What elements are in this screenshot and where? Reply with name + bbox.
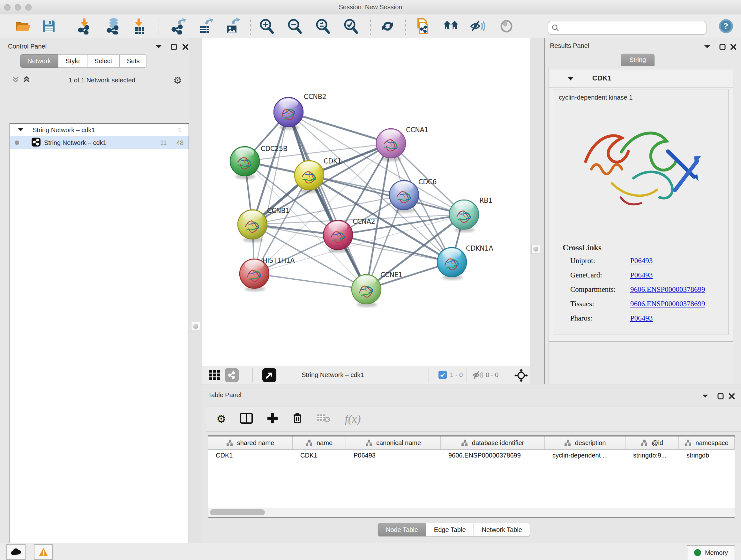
export-network-icon[interactable] xyxy=(171,18,186,34)
import-network-from-file-icon[interactable] xyxy=(76,18,92,34)
duplicate-network-icon[interactable] xyxy=(415,18,431,34)
table-cell[interactable]: cyclin-dependent ... xyxy=(545,449,625,462)
crosslink-value-link[interactable]: 9606.ENSP00000378699 xyxy=(630,286,705,294)
left-splitter[interactable] xyxy=(189,38,202,543)
show-columns-icon[interactable] xyxy=(240,413,253,425)
table-cell[interactable]: stringdb xyxy=(679,449,735,462)
collection-expand-icon[interactable] xyxy=(18,126,23,134)
network-node-CDKN1A[interactable] xyxy=(437,247,467,277)
network-node-CDC25B[interactable] xyxy=(230,146,259,176)
column-header-name[interactable]: name xyxy=(293,436,346,449)
export-image-icon[interactable] xyxy=(224,18,240,34)
column-header-canonical-name[interactable]: canonical name xyxy=(346,436,441,449)
crosslink-value-link[interactable]: P06493 xyxy=(630,314,653,322)
float-panel-icon[interactable] xyxy=(702,393,709,400)
network-node-CDK1[interactable] xyxy=(294,161,324,190)
crosslink-value-link[interactable]: 9606.ENSP00000378699 xyxy=(630,300,705,308)
create-column-plus-icon[interactable] xyxy=(267,413,278,425)
inactive-eye-icon xyxy=(498,18,515,34)
selected-checkbox-icon[interactable] xyxy=(439,371,447,379)
import-table-from-file-icon[interactable] xyxy=(131,18,147,34)
save-session-icon[interactable] xyxy=(41,18,57,34)
tab-string[interactable]: String xyxy=(621,54,655,66)
network-share-toggle-icon[interactable] xyxy=(225,368,239,382)
table-row[interactable]: CDK1CDK1P064939606.ENSP00000378699cyclin… xyxy=(208,449,735,462)
network-options-gear-icon[interactable]: ⚙ xyxy=(173,75,182,86)
float-panel-icon[interactable] xyxy=(704,44,711,51)
tab-node-table[interactable]: Node Table xyxy=(378,523,426,537)
zoom-out-icon[interactable] xyxy=(286,18,302,34)
table-cell[interactable]: P06493 xyxy=(346,449,441,462)
network-node-CCNA1[interactable] xyxy=(376,129,406,158)
tab-style[interactable]: Style xyxy=(58,54,87,68)
network-node-CCNB2[interactable] xyxy=(274,98,303,127)
search-bar[interactable] xyxy=(548,21,706,35)
table-cell[interactable]: stringdb:9... xyxy=(625,449,679,462)
hide-unhide-icon[interactable] xyxy=(470,18,486,34)
memory-button[interactable]: Memory xyxy=(687,545,735,560)
right-splitter-handle[interactable] xyxy=(531,245,540,253)
column-header-namespace[interactable]: namespace xyxy=(679,436,735,449)
maximize-panel-icon[interactable] xyxy=(719,44,726,52)
string-home-icon[interactable] xyxy=(443,18,459,34)
help-icon[interactable]: ? xyxy=(718,18,734,34)
table-cell[interactable]: CDK1 xyxy=(208,449,293,462)
network-node-RB1[interactable] xyxy=(449,200,479,229)
pan-crosshair-icon[interactable] xyxy=(515,369,528,383)
import-network-from-database-icon[interactable] xyxy=(105,18,121,34)
gene-section-header[interactable]: CDK1 xyxy=(549,70,733,88)
table-cell[interactable]: 9606.ENSP00000378699 xyxy=(441,449,545,462)
zoom-selected-icon[interactable] xyxy=(343,18,359,34)
network-node-CCNE1[interactable] xyxy=(352,274,381,304)
network-edge[interactable] xyxy=(288,112,366,289)
search-input[interactable] xyxy=(559,24,703,32)
network-node-CCNB1[interactable] xyxy=(238,210,267,239)
delete-column-trash-icon[interactable] xyxy=(292,413,302,425)
hidden-eye-icon[interactable] xyxy=(472,370,483,381)
warning-status-button[interactable] xyxy=(34,544,53,560)
collapse-all-chevron-icon[interactable] xyxy=(11,76,20,84)
tab-edge-table[interactable]: Edge Table xyxy=(426,523,474,537)
network-row[interactable]: String Network – cdk1 11 48 xyxy=(10,136,189,149)
column-header--id[interactable]: @id xyxy=(625,436,679,449)
network-edge[interactable] xyxy=(288,112,391,143)
tab-network-table[interactable]: Network Table xyxy=(474,523,530,537)
export-table-icon[interactable] xyxy=(197,18,213,34)
close-panel-icon[interactable] xyxy=(730,44,737,52)
column-header-description[interactable]: description xyxy=(545,436,625,449)
zoom-fit-icon[interactable] xyxy=(315,18,331,34)
open-session-icon[interactable] xyxy=(15,18,30,34)
left-splitter-handle[interactable] xyxy=(191,322,200,331)
cloud-status-button[interactable] xyxy=(6,544,25,560)
tab-select[interactable]: Select xyxy=(87,54,120,68)
tab-sets[interactable]: Sets xyxy=(119,54,147,68)
open-in-new-window-icon[interactable] xyxy=(262,368,276,382)
zoom-in-icon[interactable] xyxy=(259,18,274,34)
tab-network[interactable]: Network xyxy=(20,54,58,68)
network-collection-row[interactable]: String Network – cdk1 1 xyxy=(10,124,189,136)
column-header-database-identifier[interactable]: database identifier xyxy=(441,436,545,449)
expand-all-chevron-icon[interactable] xyxy=(22,76,30,84)
maximize-panel-icon[interactable] xyxy=(717,393,724,401)
network-canvas[interactable]: CCNB2CCNA1CDC25BCDK1CDC6RB1CCNB1CCNA2CDK… xyxy=(202,38,530,366)
close-panel-icon[interactable] xyxy=(182,44,189,52)
table-horizontal-scrollbar[interactable] xyxy=(208,508,735,518)
table-cell[interactable]: CDK1 xyxy=(293,449,346,462)
column-header-shared-name[interactable]: shared name xyxy=(208,436,293,449)
float-panel-icon[interactable] xyxy=(155,44,162,51)
crosslink-value-link[interactable]: P06493 xyxy=(630,271,653,279)
network-node-CDC6[interactable] xyxy=(389,180,419,210)
right-splitter[interactable] xyxy=(530,38,544,384)
maximize-panel-icon[interactable] xyxy=(171,44,178,52)
close-panel-icon[interactable] xyxy=(728,393,735,401)
crosslink-value-link[interactable]: P06493 xyxy=(630,257,653,265)
network-edge[interactable] xyxy=(254,112,288,273)
network-edge[interactable] xyxy=(254,273,366,289)
section-collapse-icon[interactable] xyxy=(567,77,574,83)
network-node-CCNA2[interactable] xyxy=(323,220,353,250)
scrollbar-thumb[interactable] xyxy=(210,509,265,515)
table-settings-gear-icon[interactable]: ⚙ xyxy=(216,413,226,425)
string-network-graph[interactable]: CCNB2CCNA1CDC25BCDK1CDC6RB1CCNB1CCNA2CDK… xyxy=(202,38,530,366)
apply-layout-icon[interactable] xyxy=(380,18,396,34)
birdseye-grid-icon[interactable] xyxy=(209,369,220,382)
